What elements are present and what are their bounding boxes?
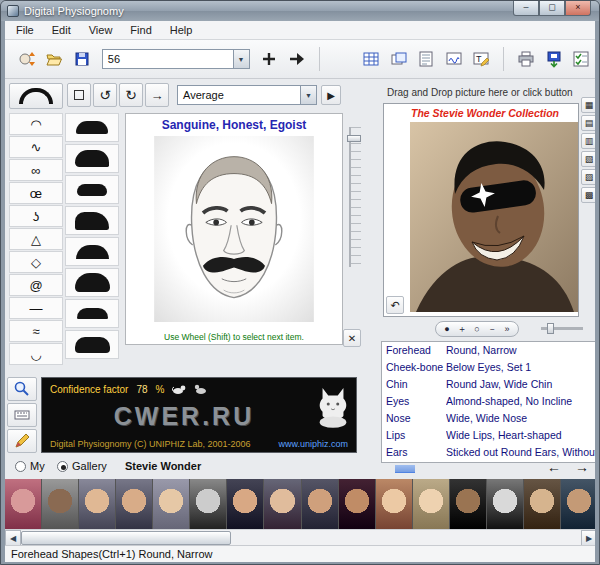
view-button-4[interactable]: ▧ <box>581 151 595 167</box>
feature-size-slider[interactable] <box>349 127 361 267</box>
view-button-1[interactable]: ▦ <box>581 97 595 113</box>
gallery-thumbnail[interactable] <box>413 479 449 529</box>
gallery-thumbnail[interactable] <box>302 479 338 529</box>
feature-row[interactable]: ForeheadRound, Narrow <box>382 342 595 359</box>
hair-style-button[interactable] <box>65 144 119 173</box>
feature-lips-button[interactable]: ≈ <box>9 320 63 342</box>
feature-mouth-line-button[interactable]: — <box>9 297 63 319</box>
style-combo[interactable]: Average ▼ <box>177 85 317 105</box>
minimize-button[interactable]: – <box>513 1 539 16</box>
chevron-down-icon[interactable]: ▼ <box>300 86 316 104</box>
menu-file[interactable]: File <box>7 22 43 38</box>
hair-style-button[interactable] <box>65 113 119 142</box>
feature-diamond-button[interactable]: ◇ <box>9 251 63 273</box>
gallery-thumbnail[interactable] <box>79 479 115 529</box>
save-icon[interactable] <box>68 45 96 73</box>
clear-face-button[interactable]: ✕ <box>343 329 361 347</box>
close-button[interactable]: × <box>565 1 591 16</box>
feature-nose-button[interactable]: ʖ <box>9 205 63 227</box>
checklist-icon[interactable] <box>567 45 595 73</box>
view-button-3[interactable]: ▥ <box>581 133 595 149</box>
photo-drop-area[interactable]: The Stevie Wonder Collection ↶ <box>383 103 579 317</box>
scrollbar-thumb[interactable] <box>21 531 231 545</box>
open-icon[interactable] <box>41 45 69 73</box>
undo-button[interactable]: ↺ <box>93 83 117 107</box>
maximize-button[interactable]: ◻ <box>539 1 565 16</box>
gallery-thumbnail[interactable] <box>339 479 375 529</box>
gallery-thumbnail[interactable] <box>227 479 263 529</box>
frame-tool-button[interactable] <box>67 83 91 107</box>
gallery-thumbnail[interactable] <box>450 479 486 529</box>
gallery-thumbnail[interactable] <box>5 479 41 529</box>
feature-eyebrow-button[interactable]: ∿ <box>9 136 63 158</box>
website-link[interactable]: www.uniphiz.com <box>278 439 348 449</box>
rotate-photo-button[interactable]: ↶ <box>386 296 404 314</box>
hair-style-button[interactable] <box>65 268 119 297</box>
gallery-thumbnail[interactable] <box>153 479 189 529</box>
radio-my[interactable]: My <box>15 460 45 472</box>
hair-style-button[interactable] <box>65 299 119 328</box>
feature-glasses-button[interactable]: ∞ <box>9 159 63 181</box>
scroll-right-icon[interactable]: ▶ <box>581 530 595 545</box>
feature-row[interactable]: LipsWide Lips, Heart-shaped <box>382 427 595 444</box>
card-view-icon[interactable] <box>385 45 413 73</box>
more-icon[interactable]: » <box>500 324 514 334</box>
redo-button[interactable]: ↻ <box>119 83 143 107</box>
pan-icon[interactable]: ● <box>440 324 454 334</box>
gallery-thumbnail[interactable] <box>524 479 560 529</box>
feature-chin-button[interactable]: ◡ <box>9 343 63 365</box>
scroll-left-icon[interactable]: ◀ <box>5 530 21 545</box>
type-tool-icon[interactable]: T <box>468 45 496 73</box>
radio-my-dot[interactable] <box>15 461 26 472</box>
find-face-button[interactable] <box>7 377 37 401</box>
menu-edit[interactable]: Edit <box>43 22 80 38</box>
radio-gallery-dot[interactable] <box>57 461 68 472</box>
feature-ear-button[interactable]: @ <box>9 274 63 296</box>
actual-size-icon[interactable]: ○ <box>470 324 484 334</box>
feature-row[interactable]: Cheek-boneBelow Eyes, Set 1 <box>382 359 595 376</box>
view-button-2[interactable]: ▤ <box>581 115 595 131</box>
add-icon[interactable] <box>256 45 284 73</box>
apply-icon[interactable] <box>283 45 311 73</box>
keyboard-button[interactable] <box>7 403 37 427</box>
gallery-thumbnail[interactable] <box>561 479 595 529</box>
slider-thumb[interactable] <box>347 135 361 142</box>
table-view-icon[interactable] <box>357 45 385 73</box>
composite-face-panel[interactable]: Sanguine, Honest, Egoist Use Wheel ( <box>125 113 343 345</box>
list-view-icon[interactable] <box>412 45 440 73</box>
gallery-thumbnail[interactable] <box>190 479 226 529</box>
next-item-button[interactable]: → <box>145 83 169 107</box>
gallery-thumbnail[interactable] <box>264 479 300 529</box>
signature-icon[interactable] <box>440 45 468 73</box>
menu-help[interactable]: Help <box>161 22 202 38</box>
menu-find[interactable]: Find <box>121 22 160 38</box>
marker-button[interactable] <box>7 429 37 453</box>
view-button-5[interactable]: ▨ <box>581 169 595 185</box>
chevron-down-icon[interactable]: ▼ <box>233 50 249 68</box>
feature-triangle-button[interactable]: △ <box>9 228 63 250</box>
hair-style-button[interactable] <box>65 175 119 204</box>
zoom-slider[interactable] <box>541 327 583 330</box>
zoom-out-icon[interactable]: － <box>485 323 499 336</box>
radio-gallery[interactable]: Gallery <box>57 460 107 472</box>
external-link[interactable] <box>395 465 415 473</box>
feature-eyes-button[interactable]: œ <box>9 182 63 204</box>
feature-hairline-button[interactable] <box>9 83 63 109</box>
prev-photo-button[interactable]: ← <box>543 457 565 476</box>
feature-forehead-arc-button[interactable]: ◠ <box>9 113 63 135</box>
orientation-icon[interactable] <box>13 45 41 73</box>
gallery-thumbnail[interactable] <box>116 479 152 529</box>
hair-style-button[interactable] <box>65 237 119 266</box>
print-icon[interactable] <box>512 45 540 73</box>
feature-row[interactable]: NoseWide, Wide Nose <box>382 410 595 427</box>
gallery-thumbnail[interactable] <box>487 479 523 529</box>
menu-view[interactable]: View <box>80 22 122 38</box>
play-button[interactable]: ▶ <box>321 85 341 105</box>
feature-row[interactable]: ChinRound Jaw, Wide Chin <box>382 376 595 393</box>
zoom-in-icon[interactable]: ＋ <box>455 323 469 336</box>
export-icon[interactable] <box>540 45 568 73</box>
next-photo-button[interactable]: → <box>571 457 593 476</box>
feature-row[interactable]: EyesAlmond-shaped, No Incline <box>382 393 595 410</box>
view-button-6[interactable]: ▩ <box>581 187 595 203</box>
gallery-thumbnail[interactable] <box>376 479 412 529</box>
